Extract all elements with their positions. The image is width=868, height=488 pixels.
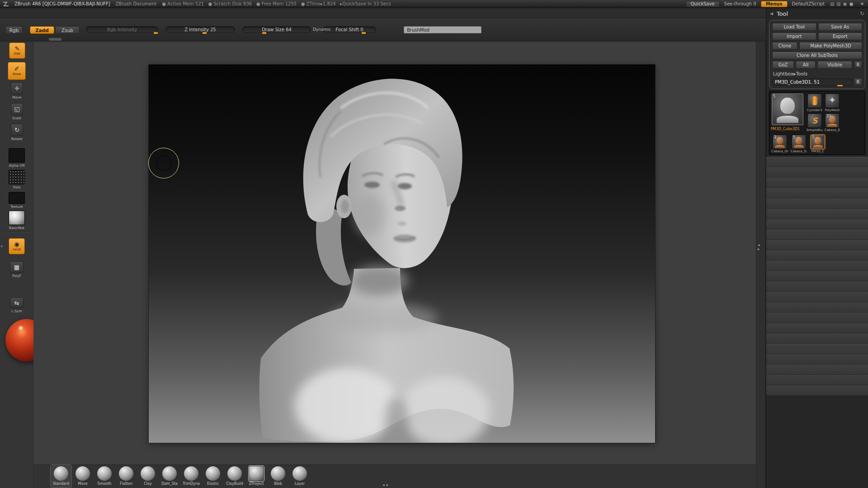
menu-item[interactable]: [53, 8, 59, 18]
draw-size-slider[interactable]: Draw Size 64: [242, 26, 311, 33]
brush-claybuildup[interactable]: ClayBuild: [224, 465, 245, 488]
collapse-panel-icon[interactable]: ◀: [770, 11, 773, 16]
subpalette-row[interactable]: [766, 365, 868, 375]
brush-elastic[interactable]: Elastic: [203, 465, 223, 488]
menu-item[interactable]: [21, 8, 26, 18]
local-symmetry-button[interactable]: ⇆: [10, 297, 24, 308]
subpalette-row[interactable]: [766, 344, 868, 354]
brush-trimdynamic[interactable]: TrimDyna: [181, 465, 202, 488]
brush-clay[interactable]: Clay: [137, 465, 158, 488]
right-tray-divider[interactable]: ◂▸: [756, 42, 766, 488]
z-intensity-slider[interactable]: Z Intensity 25: [165, 26, 235, 33]
close-icon[interactable]: ✕: [859, 1, 865, 6]
default-zscript-button[interactable]: DefaultZScript: [792, 1, 825, 6]
menu-item[interactable]: [37, 8, 42, 18]
clone-all-subtools-button[interactable]: Clone All SubTools: [772, 52, 862, 59]
subpalette-row[interactable]: [766, 354, 868, 365]
menu-item[interactable]: [91, 8, 97, 18]
menu-item[interactable]: [113, 8, 118, 18]
menu-item[interactable]: [118, 8, 124, 18]
local-button[interactable]: ◉ Local: [9, 238, 25, 254]
dynamic-toggle[interactable]: Dynamic: [313, 27, 331, 32]
lock-icon[interactable]: ◉: [842, 1, 848, 6]
tool-thumb-pm3d[interactable]: 5 PM3D_C: [810, 135, 826, 153]
menu-item[interactable]: [108, 8, 113, 18]
stroke-selector[interactable]: [9, 170, 25, 184]
zsub-button[interactable]: Zsub: [55, 26, 80, 34]
menu-item[interactable]: [97, 8, 102, 18]
save-as-button[interactable]: Save As: [818, 23, 863, 31]
menu-item[interactable]: [5, 8, 10, 18]
menu-item[interactable]: [59, 8, 64, 18]
subpalette-row[interactable]: [766, 198, 868, 209]
subpalette-row[interactable]: [766, 178, 868, 188]
alpha-selector[interactable]: [9, 148, 25, 163]
menu-item[interactable]: [15, 8, 21, 18]
rgb-intensity-slider[interactable]: Rgb Intensity: [86, 26, 158, 33]
import-button[interactable]: Import: [772, 33, 816, 40]
material-selector[interactable]: [9, 211, 25, 225]
edit-button[interactable]: ✎ Edit: [9, 42, 25, 59]
menu-item[interactable]: [70, 8, 75, 18]
brush-flatten[interactable]: Flatten: [116, 465, 137, 488]
subpalette-row[interactable]: [766, 313, 868, 323]
document-canvas[interactable]: [149, 65, 655, 443]
subpalette-row[interactable]: [766, 323, 868, 333]
menu-item[interactable]: [64, 8, 70, 18]
tool-thumb-polymesh3d[interactable]: PolyMesh: [824, 94, 840, 112]
goz-button[interactable]: GoZ: [772, 61, 794, 69]
brushmod-field[interactable]: BrushMod: [404, 26, 481, 33]
ui-config-icon[interactable]: ▤: [829, 1, 835, 6]
make-polymesh3d-button[interactable]: Make PolyMesh3D: [799, 42, 862, 50]
menu-item[interactable]: [26, 8, 32, 18]
menu-item[interactable]: [80, 8, 86, 18]
menu-item[interactable]: [124, 8, 129, 18]
brush-blob[interactable]: Blob: [268, 465, 288, 488]
tool-thumb-cabeza2[interactable]: 3 Cabeza_Or: [772, 135, 788, 153]
subpalette-row[interactable]: [766, 167, 868, 178]
subpalette-row[interactable]: [766, 302, 868, 313]
r-toggle-button[interactable]: R: [854, 61, 862, 69]
divider-arrow-right[interactable]: ▸: [758, 247, 760, 251]
subpalette-row[interactable]: [766, 240, 868, 250]
menu-item[interactable]: [86, 8, 91, 18]
subpalette-row[interactable]: [766, 333, 868, 344]
tool-thumb-cabeza3[interactable]: 5 Cabeza_O.: [791, 135, 807, 153]
quicksave-button[interactable]: QuickSave: [686, 1, 720, 7]
subpalette-row[interactable]: [766, 271, 868, 282]
brush-move[interactable]: Move: [72, 465, 93, 488]
goz-visible-button[interactable]: Visible: [817, 61, 852, 69]
rotate-button[interactable]: ↻: [11, 124, 23, 136]
subpalette-row[interactable]: [766, 261, 868, 271]
zadd-button[interactable]: Zadd: [30, 26, 54, 34]
tool-thumb-cabeza1[interactable]: 33 Cabeza_O: [824, 113, 840, 132]
brush-zproject[interactable]: ZProject: [246, 465, 267, 488]
tool-thumb-simplebrush[interactable]: SimpleBru: [807, 113, 823, 132]
horizontal-scroll-arrows[interactable]: ◂▸: [382, 483, 390, 487]
load-tool-button[interactable]: Load Tool: [772, 23, 816, 31]
texture-selector[interactable]: [9, 192, 25, 204]
brush-smooth[interactable]: Smooth: [94, 465, 115, 488]
subpalette-row[interactable]: [766, 385, 868, 396]
menu-item[interactable]: [42, 8, 48, 18]
brush-standard[interactable]: Standard: [51, 465, 71, 488]
menu-item[interactable]: [32, 8, 37, 18]
subpalette-row[interactable]: [766, 282, 868, 292]
draw-button[interactable]: ✐ Draw: [8, 62, 26, 80]
left-tray-divider-arrow[interactable]: ◂: [0, 244, 2, 248]
refresh-icon[interactable]: ↻: [860, 10, 864, 17]
mini-scrollbar[interactable]: [49, 38, 61, 41]
subpalette-row[interactable]: [766, 375, 868, 385]
goz-all-button[interactable]: All: [796, 61, 816, 69]
panel-toggle-icon[interactable]: ▥: [835, 1, 842, 6]
subpalette-row[interactable]: [766, 209, 868, 219]
scale-button[interactable]: ◱: [11, 103, 23, 115]
tool-thumb-cylinder3d[interactable]: Cylinder3: [807, 94, 823, 112]
rgb-button[interactable]: Rgb: [5, 26, 23, 34]
polyframe-button[interactable]: ▦: [10, 261, 24, 273]
material-ball-icon[interactable]: ●: [848, 1, 854, 6]
active-tool-r-button[interactable]: R: [854, 78, 862, 86]
subpalette-row[interactable]: [766, 188, 868, 198]
move-button[interactable]: ✛: [11, 82, 23, 94]
canvas-area[interactable]: Standard Move Smooth Flatten Clay Dam_St…: [33, 42, 756, 488]
